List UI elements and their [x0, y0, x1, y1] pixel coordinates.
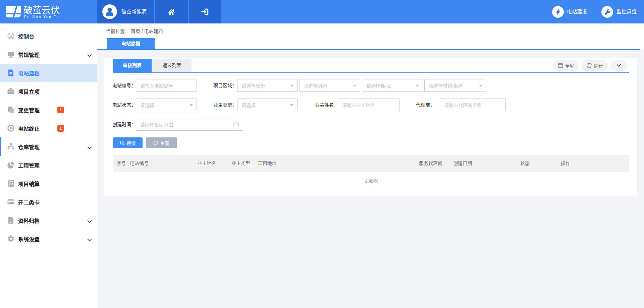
svg-text:Po Jian Yun Fu: Po Jian Yun Fu — [24, 15, 59, 19]
svg-text:破茧云伏: 破茧云伏 — [23, 5, 60, 15]
